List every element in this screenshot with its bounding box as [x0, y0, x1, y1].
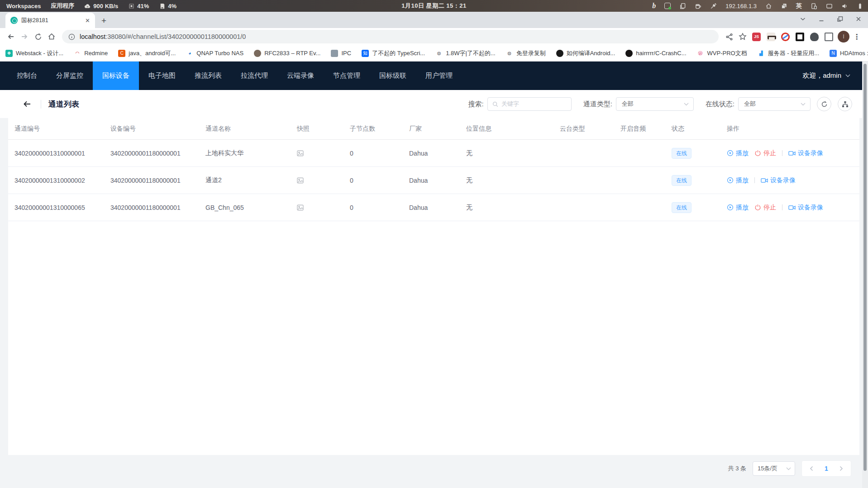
sitemap-icon: [842, 101, 849, 108]
bing-tray-icon[interactable]: b: [652, 2, 656, 10]
back-arrow-button[interactable]: [23, 99, 32, 109]
online-status-select[interactable]: 全部: [738, 97, 811, 111]
col-header-6: 厂家: [403, 125, 460, 133]
coffee-tray-icon[interactable]: [695, 3, 701, 9]
action-record[interactable]: 设备录像: [761, 176, 796, 185]
action-stop[interactable]: 停止: [754, 204, 776, 212]
next-page-button[interactable]: [839, 466, 844, 471]
table-row-3: 3402000000131000006534020000001180000001…: [8, 194, 859, 221]
extension-frame-icon[interactable]: [825, 33, 833, 41]
bookmark-github[interactable]: hairrrrr/C-CrashC...: [625, 50, 686, 57]
home-tray-icon[interactable]: [765, 3, 772, 9]
bookmark-redmine[interactable]: ◠Redmine: [74, 50, 108, 57]
battery-tray-icon[interactable]: [857, 3, 863, 9]
nav-item-5[interactable]: 推流列表: [185, 62, 231, 90]
windows-tray-icon[interactable]: [781, 3, 787, 9]
tab-close-icon[interactable]: ✕: [84, 17, 91, 24]
color-picker-tray-icon[interactable]: [710, 3, 717, 9]
user-menu[interactable]: 欢迎，admin: [802, 62, 862, 90]
table-row-1: 3402000000131000000134020000001180000001…: [8, 140, 859, 167]
action-play[interactable]: 播放: [727, 176, 749, 185]
new-tab-button[interactable]: +: [101, 16, 106, 25]
reload-button[interactable]: [31, 30, 45, 43]
screenshot-tray-icon[interactable]: [664, 3, 671, 9]
tab-favicon-icon: [10, 17, 18, 24]
cell-device-id: 34020000001180000001: [104, 150, 199, 157]
bookmark-hdatmos[interactable]: NHDAtmos :: 种子 *...: [830, 49, 868, 57]
search-input[interactable]: 关键字: [487, 97, 572, 111]
home-button[interactable]: [45, 30, 58, 43]
bookmark-tux[interactable]: 如何编译Android...: [556, 49, 615, 57]
clipboard-tray-icon[interactable]: [679, 3, 686, 9]
bookmark-webstack[interactable]: ❖Webstack - 设计...: [5, 49, 63, 57]
input-method-indicator[interactable]: 英: [796, 2, 802, 10]
bookmark-c-lang[interactable]: Cjava、android可...: [118, 49, 176, 57]
action-play[interactable]: 播放: [727, 149, 749, 157]
channel-type-select[interactable]: 全部: [616, 97, 694, 111]
share-icon[interactable]: [722, 30, 736, 43]
nav-item-1[interactable]: 控制台: [7, 62, 47, 90]
window-minimize-icon[interactable]: [818, 16, 825, 22]
action-divider: [754, 177, 755, 183]
action-record[interactable]: 设备录像: [788, 149, 823, 157]
snapshot-image-icon: [297, 150, 304, 156]
bookmark-globe[interactable]: ◍1.8W字|了不起的...: [435, 49, 496, 57]
address-bar[interactable]: localhost:38080/#/channelList/3402000000…: [62, 30, 719, 43]
bookmark-wvp[interactable]: ⓌWVP-PRO文档: [697, 49, 747, 57]
col-header-3: 通道名称: [199, 125, 291, 133]
phone-link-tray-icon[interactable]: [811, 3, 817, 9]
bookmark-qnap[interactable]: ◕QNAP Turbo NAS: [186, 50, 243, 57]
profile-avatar[interactable]: l: [838, 31, 849, 43]
page-scrollbar[interactable]: [862, 62, 868, 488]
bookmark-folder[interactable]: IPC: [331, 50, 351, 57]
ip-address[interactable]: 192.168.1.3: [725, 3, 757, 9]
browser-tab[interactable]: 国标28181 ✕: [5, 13, 95, 28]
site-info-icon[interactable]: [68, 33, 75, 40]
nav-item-4[interactable]: 电子地图: [139, 62, 185, 90]
forward-button[interactable]: [18, 30, 31, 43]
cpu-chip-icon: [128, 3, 135, 9]
bookmark-zhihu[interactable]: 知了不起的 TypeScri...: [362, 49, 425, 57]
nav-item-6[interactable]: 拉流代理: [231, 62, 277, 90]
bookmark-cloud[interactable]: ▟服务器 - 轻量应用...: [758, 49, 819, 57]
applications-menu[interactable]: 应用程序: [51, 2, 74, 10]
nav-item-3[interactable]: 国标设备: [93, 62, 139, 90]
action-play[interactable]: 播放: [727, 204, 749, 212]
action-divider: [782, 204, 782, 210]
extension-dark-square-icon[interactable]: [796, 33, 804, 41]
nav-item-9[interactable]: 国标级联: [370, 62, 416, 90]
action-record[interactable]: 设备录像: [788, 204, 823, 212]
cell-channel-id: 34020000001310000001: [8, 150, 104, 157]
display-tray-icon[interactable]: [826, 3, 833, 9]
photo-icon: [254, 50, 261, 57]
back-button[interactable]: [4, 30, 18, 43]
nav-item-2[interactable]: 分屏监控: [47, 62, 93, 90]
volume-tray-icon[interactable]: [841, 3, 848, 9]
nav-item-7[interactable]: 云端录像: [277, 62, 324, 90]
refresh-button[interactable]: [817, 97, 831, 111]
window-restore-down-icon[interactable]: [800, 16, 806, 22]
extension-dark-round-icon[interactable]: [810, 33, 819, 41]
clock[interactable]: 1月10日 星期二 15：21: [401, 2, 466, 10]
scrollbar-thumb[interactable]: [863, 64, 867, 471]
bookmark-photo[interactable]: RFC2833 – RTP Ev...: [254, 50, 320, 57]
nav-item-8[interactable]: 节点管理: [324, 62, 370, 90]
bookmark-globe[interactable]: ◍免登录复制: [506, 49, 546, 57]
window-maximize-icon[interactable]: [837, 16, 843, 22]
extension-js-icon[interactable]: JS: [752, 33, 761, 41]
extension-no-entry-icon[interactable]: [781, 33, 790, 41]
action-stop[interactable]: 停止: [754, 149, 776, 157]
tree-view-button[interactable]: [838, 97, 852, 111]
browser-menu-icon[interactable]: ⋮: [849, 33, 864, 41]
prev-page-button[interactable]: [809, 466, 814, 471]
nav-item-10[interactable]: 用户管理: [416, 62, 462, 90]
window-close-icon[interactable]: [855, 16, 862, 22]
workspaces-button[interactable]: Workspaces: [6, 3, 41, 9]
bookmark-label: WVP-PRO文档: [707, 49, 747, 57]
extension-glasses-icon[interactable]: [767, 33, 775, 41]
webstack-icon: ❖: [5, 50, 13, 57]
bookmark-star-icon[interactable]: [736, 30, 749, 43]
current-page[interactable]: 1: [825, 465, 828, 472]
cell-snapshot: [291, 204, 343, 211]
page-size-select[interactable]: 15条/页: [753, 461, 795, 476]
